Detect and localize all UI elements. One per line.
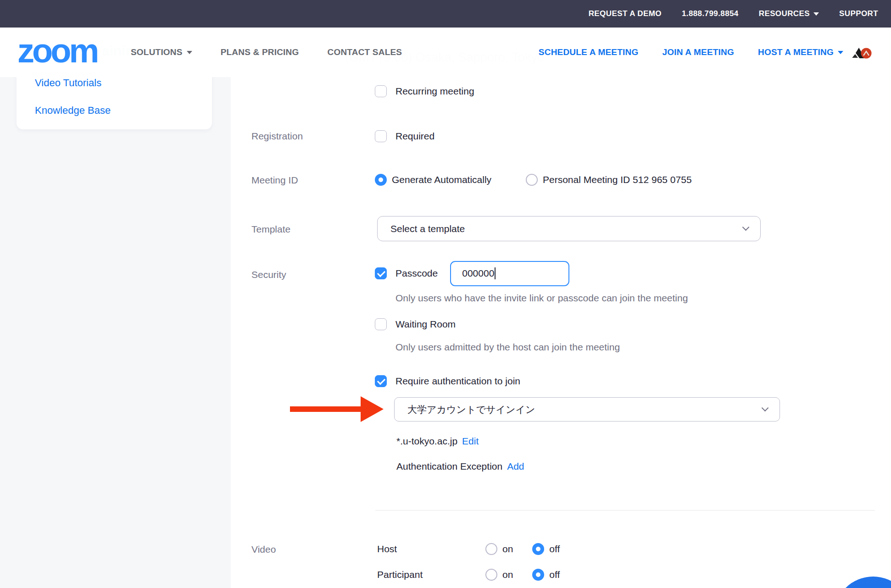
- annotation-arrow: [290, 396, 384, 422]
- nav-plans-pricing-link[interactable]: PLANS & PRICING: [221, 47, 299, 57]
- nav-schedule-meeting-link[interactable]: SCHEDULE A MEETING: [539, 47, 639, 57]
- passcode-input[interactable]: 000000: [450, 261, 569, 286]
- chevron-down-icon: [838, 51, 843, 54]
- registration-field-label: Registration: [251, 131, 303, 142]
- nav-join-meeting-link[interactable]: JOIN A MEETING: [662, 47, 734, 57]
- nav-contact-sales-link[interactable]: CONTACT SALES: [328, 47, 402, 57]
- meeting-id-personal-radio[interactable]: [526, 174, 538, 186]
- meeting-id-field-label: Meeting ID: [251, 175, 298, 186]
- recurring-meeting-label: Recurring meeting: [395, 86, 474, 97]
- require-auth-checkbox[interactable]: [375, 375, 387, 387]
- passcode-value: 000000: [462, 268, 494, 279]
- resources-label: RESOURCES: [759, 9, 810, 18]
- waiting-room-checkbox[interactable]: [375, 318, 387, 330]
- request-a-demo-link[interactable]: REQUEST A DEMO: [589, 9, 662, 18]
- auth-domain-value: *.u-tokyo.ac.jp: [396, 436, 457, 447]
- help-floating-button[interactable]: [834, 577, 891, 588]
- auth-domain-edit-link[interactable]: Edit: [462, 436, 479, 447]
- section-divider: [375, 510, 875, 510]
- arrow-shaft: [290, 406, 362, 412]
- zoom-logo[interactable]: zoom: [17, 34, 97, 68]
- registration-required-checkbox[interactable]: [375, 130, 387, 142]
- video-participant-off-label: off: [549, 569, 560, 580]
- registration-row: Required: [375, 129, 434, 143]
- meeting-id-row: Generate Automatically Personal Meeting …: [375, 173, 692, 187]
- template-select-value: Select a template: [390, 223, 465, 234]
- video-participant-off-radio[interactable]: [532, 569, 544, 581]
- video-host-on-label: on: [502, 544, 513, 555]
- sidebar-link-knowledge-base[interactable]: Knowledge Base: [35, 105, 111, 116]
- auth-exception-row: Authentication Exception Add: [396, 460, 524, 473]
- auth-exception-add-link[interactable]: Add: [507, 461, 524, 472]
- meeting-id-personal-label: Personal Meeting ID 512 965 0755: [543, 174, 692, 185]
- zoom-schedule-meeting-page: Video Tutorials Knowledge Base aining (G…: [0, 0, 891, 588]
- video-host-off-label: off: [549, 544, 560, 555]
- template-select[interactable]: Select a template: [377, 216, 761, 241]
- auth-domain-row: *.u-tokyo.ac.jp Edit: [396, 434, 479, 448]
- require-auth-label: Require authentication to join: [395, 376, 520, 387]
- waiting-room-row: Waiting Room: [375, 317, 456, 331]
- auth-method-value: 大学アカウントでサインイン: [407, 403, 535, 416]
- profile-avatar[interactable]: [850, 45, 873, 60]
- chevron-down-icon: [187, 51, 192, 54]
- waiting-room-hint: Only users admitted by the host can join…: [395, 342, 620, 353]
- auth-exception-label: Authentication Exception: [396, 461, 502, 472]
- video-host-on-radio[interactable]: [485, 543, 497, 555]
- video-host-row: Host on off: [377, 542, 560, 556]
- meeting-id-generate-radio[interactable]: [375, 174, 387, 186]
- text-cursor: [495, 267, 496, 279]
- host-meeting-label: HOST A MEETING: [758, 47, 834, 57]
- top-utility-bar: REQUEST A DEMO 1.888.799.8854 RESOURCES …: [0, 0, 891, 28]
- meeting-id-generate-label: Generate Automatically: [392, 174, 526, 185]
- passcode-row: Passcode 000000: [375, 261, 569, 286]
- chevron-down-icon: [762, 404, 769, 411]
- sidebar-link-video-tutorials[interactable]: Video Tutorials: [35, 77, 101, 89]
- nav-solutions-menu[interactable]: SOLUTIONS: [131, 47, 192, 57]
- video-participant-on-label: on: [502, 569, 513, 580]
- recurring-meeting-row: Recurring meeting: [375, 84, 474, 98]
- support-link[interactable]: SUPPORT: [839, 9, 878, 18]
- solutions-label: SOLUTIONS: [131, 47, 183, 57]
- avatar-image: [850, 45, 873, 60]
- auth-method-select[interactable]: 大学アカウントでサインイン: [394, 397, 780, 422]
- video-participant-label: Participant: [377, 569, 485, 580]
- recurring-meeting-checkbox[interactable]: [375, 85, 387, 97]
- resources-menu[interactable]: RESOURCES: [759, 9, 819, 18]
- nav-right-menu: SCHEDULE A MEETING JOIN A MEETING HOST A…: [539, 28, 843, 77]
- template-field-label: Template: [251, 224, 290, 235]
- passcode-hint: Only users who have the invite link or p…: [395, 293, 688, 304]
- arrow-head: [361, 396, 384, 422]
- nav-left-menu: SOLUTIONS PLANS & PRICING CONTACT SALES: [131, 28, 402, 77]
- require-auth-row: Require authentication to join: [375, 374, 520, 388]
- chevron-down-icon: [813, 12, 819, 16]
- passcode-label: Passcode: [395, 268, 438, 279]
- passcode-checkbox[interactable]: [375, 267, 387, 279]
- video-participant-on-radio[interactable]: [485, 569, 497, 581]
- video-field-label: Video: [251, 544, 276, 555]
- registration-required-label: Required: [395, 131, 434, 142]
- waiting-room-label: Waiting Room: [395, 319, 456, 330]
- phone-number[interactable]: 1.888.799.8854: [682, 9, 739, 18]
- video-host-label: Host: [377, 544, 485, 555]
- video-participant-row: Participant on off: [377, 568, 560, 582]
- chevron-down-icon: [742, 223, 750, 231]
- main-navigation-bar: zoom SOLUTIONS PLANS & PRICING CONTACT S…: [0, 28, 891, 77]
- nav-host-meeting-menu[interactable]: HOST A MEETING: [758, 47, 843, 57]
- security-field-label: Security: [251, 269, 286, 280]
- video-host-off-radio[interactable]: [532, 543, 544, 555]
